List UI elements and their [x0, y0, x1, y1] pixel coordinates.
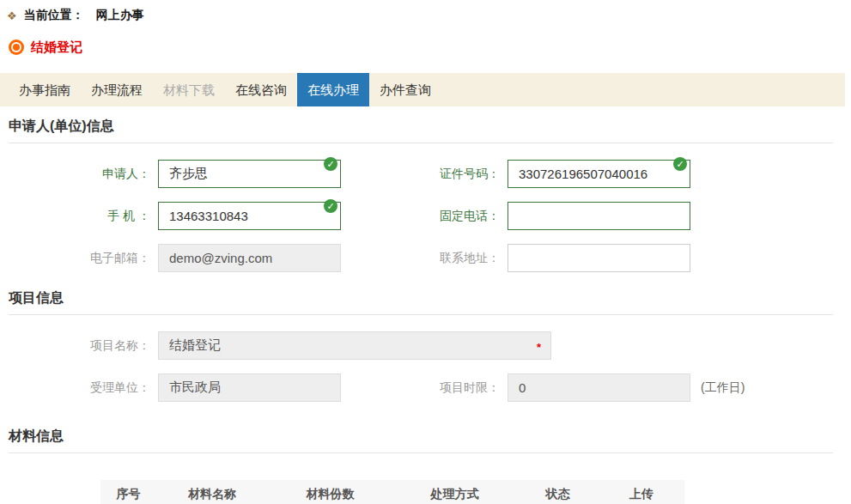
project-name-label: 项目名称：: [9, 338, 150, 354]
page-title: 结婚登记: [31, 39, 82, 56]
address-input[interactable]: [508, 244, 690, 272]
tab-online-handle[interactable]: 在线办理: [297, 73, 369, 106]
field-project-limit: 项目时限： (工作日): [341, 373, 745, 402]
breadcrumb-label: 当前位置：: [24, 8, 84, 23]
email-input: [158, 244, 341, 272]
working-days-suffix: (工作日): [701, 380, 745, 396]
mobile-input[interactable]: [158, 202, 341, 230]
id-number-input[interactable]: [508, 160, 690, 188]
bullseye-icon: [13, 44, 20, 51]
project-limit-input: [508, 373, 690, 402]
applicant-name-label: 申请人：: [9, 167, 150, 182]
project-form: 项目名称： * 受理单位： 项目时限： (工作日): [9, 331, 833, 402]
col-header-seq: 序号: [100, 487, 156, 502]
valid-check-icon: ✓: [324, 199, 337, 213]
materials-table-header: 序号 材料名称 材料份数 处理方式 状态 上传: [100, 480, 684, 504]
page-title-row: 结婚登记: [9, 39, 851, 55]
tab-case-query[interactable]: 办件查询: [369, 73, 441, 106]
mobile-label: 手 机 ：: [9, 209, 150, 224]
tab-bar: 办事指南 办理流程 材料下载 在线咨询 在线办理 办件查询: [0, 73, 845, 106]
project-section-title: 项目信息: [9, 289, 833, 307]
accept-unit-input: [158, 373, 341, 402]
project-limit-label: 项目时限：: [350, 380, 500, 396]
applicant-form: 申请人： ✓ 证件号码： ✓ 手 机 ： ✓: [9, 160, 833, 272]
project-name-input: [158, 331, 551, 360]
field-email: 电子邮箱：: [9, 244, 341, 272]
field-applicant-name: 申请人： ✓: [9, 160, 341, 188]
breadcrumb-location-link[interactable]: 网上办事: [96, 8, 144, 23]
col-header-process-method: 处理方式: [392, 487, 517, 502]
field-accept-unit: 受理单位：: [9, 373, 341, 402]
col-header-material-name: 材料名称: [156, 487, 268, 502]
materials-section-title: 材料信息: [9, 428, 833, 446]
accept-unit-label: 受理单位：: [9, 380, 150, 396]
tab-material-download[interactable]: 材料下载: [153, 73, 225, 106]
field-address: 联系地址：: [341, 244, 690, 272]
valid-check-icon: ✓: [673, 157, 687, 171]
tab-online-consult[interactable]: 在线咨询: [225, 73, 297, 106]
required-asterisk: *: [537, 341, 541, 354]
breadcrumb: ❖ 当前位置： 网上办事: [7, 8, 851, 23]
tab-process[interactable]: 办理流程: [81, 73, 153, 106]
section-divider: [9, 143, 833, 143]
id-number-label: 证件号码：: [350, 167, 500, 182]
applicant-section-title: 申请人(单位)信息: [9, 118, 833, 136]
address-label: 联系地址：: [350, 251, 500, 266]
col-header-upload: 上传: [599, 487, 684, 502]
tab-guide[interactable]: 办事指南: [9, 73, 81, 106]
field-project-name: 项目名称： *: [9, 331, 551, 360]
col-header-status: 状态: [517, 487, 599, 502]
section-divider: [9, 314, 833, 315]
landline-input[interactable]: [508, 202, 690, 230]
valid-check-icon: ✓: [324, 157, 337, 171]
field-landline: 固定电话：: [341, 202, 690, 230]
field-id-number: 证件号码： ✓: [341, 160, 690, 188]
field-mobile: 手 机 ： ✓: [9, 202, 341, 230]
email-label: 电子邮箱：: [9, 251, 150, 266]
applicant-name-input[interactable]: [158, 160, 341, 188]
materials-table: 序号 材料名称 材料份数 处理方式 状态 上传: [100, 480, 684, 504]
section-divider: [9, 452, 833, 453]
landline-label: 固定电话：: [350, 209, 500, 224]
col-header-copies: 材料份数: [268, 487, 392, 502]
breadcrumb-icon: ❖: [7, 10, 17, 21]
